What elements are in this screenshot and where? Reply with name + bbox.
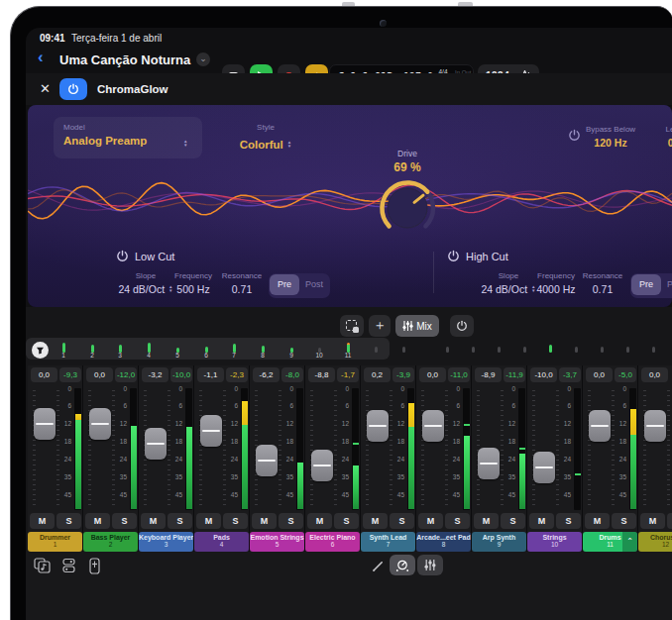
fader-value[interactable]: -10,0 xyxy=(530,367,557,382)
fader-handle[interactable] xyxy=(256,445,278,476)
solo-button[interactable]: S xyxy=(667,513,672,529)
level-control[interactable]: Level 0.0 xyxy=(650,125,672,149)
track-tile[interactable]: Drums11⌃ xyxy=(583,532,637,552)
title-chevron-down-icon[interactable]: ⌄ xyxy=(196,52,210,66)
solo-button[interactable]: S xyxy=(445,513,470,529)
drive-knob[interactable] xyxy=(376,176,439,240)
solo-button[interactable]: S xyxy=(501,513,525,529)
bypass-below-control[interactable]: Bypass Below 120 Hz xyxy=(583,125,638,149)
fader-handle[interactable] xyxy=(533,452,555,483)
close-icon[interactable]: ✕ xyxy=(40,81,51,96)
fader-value[interactable]: -8,9 xyxy=(475,367,502,382)
pre-button[interactable]: Pre xyxy=(631,274,661,295)
solo-button[interactable]: S xyxy=(390,513,414,529)
fader-handle[interactable] xyxy=(422,410,444,442)
project-title[interactable]: Uma Canção Noturna xyxy=(59,52,190,67)
style-selector[interactable]: Style Colorful▲▼ xyxy=(211,117,320,153)
mute-button[interactable]: M xyxy=(585,513,610,529)
high-cut-frequency[interactable]: Frequency 4000 Hz xyxy=(531,271,581,295)
mute-button[interactable]: M xyxy=(529,513,554,529)
solo-button[interactable]: S xyxy=(612,513,636,529)
high-cut-power-icon[interactable] xyxy=(447,250,460,262)
mute-button[interactable]: M xyxy=(141,513,166,529)
add-track-button[interactable]: ＋ xyxy=(369,315,391,337)
filter-icon[interactable] xyxy=(32,342,49,359)
fader-value[interactable]: -1,1 xyxy=(197,367,224,382)
fader-handle[interactable] xyxy=(478,448,500,479)
mute-button[interactable]: M xyxy=(85,513,110,529)
track-tile[interactable]: Pads4 xyxy=(194,532,249,552)
post-button[interactable]: Post xyxy=(661,274,672,295)
high-cut-slope[interactable]: Slope 24 dB/Oct▲▼ xyxy=(479,271,538,295)
low-cut-power-icon[interactable] xyxy=(116,250,129,262)
mixer-view-button[interactable] xyxy=(417,555,443,575)
fader-handle[interactable] xyxy=(89,408,111,440)
track-tile[interactable]: Arp Synth9 xyxy=(472,532,526,552)
fader-value[interactable]: 0,0 xyxy=(641,367,668,382)
track-tile[interactable]: Synth Lead7 xyxy=(361,532,415,552)
plugin-header: ✕ ChromaGlow xyxy=(26,73,672,105)
model-selector[interactable]: Model Analog Preamp ▲▼ xyxy=(54,117,202,158)
post-button[interactable]: Post xyxy=(299,274,329,295)
track-overview[interactable]: 1234567891011 xyxy=(26,338,672,365)
mute-button[interactable]: M xyxy=(307,513,332,529)
track-tile[interactable]: Keyboard Player3 xyxy=(139,532,193,552)
fader-value[interactable]: -6,2 xyxy=(253,367,280,382)
low-cut-slope[interactable]: Slope 24 dB/Oct▲▼ xyxy=(116,271,175,295)
solo-button[interactable]: S xyxy=(556,513,581,529)
mute-button[interactable]: M xyxy=(30,513,55,529)
channel-strip-icon[interactable] xyxy=(89,558,100,574)
fader-value[interactable]: 0,0 xyxy=(586,367,613,382)
track-tile[interactable]: Electric Piano6 xyxy=(305,532,360,552)
drive-control[interactable]: Drive 69 % xyxy=(368,149,447,240)
meter-scale-label: 0 xyxy=(334,385,349,392)
marquee-select-button[interactable] xyxy=(340,315,364,337)
fader-value[interactable]: 0,2 xyxy=(364,367,391,382)
back-chevron-icon[interactable]: ‹ xyxy=(38,48,44,67)
solo-button[interactable]: S xyxy=(334,513,359,529)
solo-button[interactable]: S xyxy=(56,513,81,529)
fader-value[interactable]: 0,0 xyxy=(31,367,57,382)
track-tile[interactable]: Strings10 xyxy=(527,532,582,552)
pre-button[interactable]: Pre xyxy=(270,274,299,295)
fader-handle[interactable] xyxy=(34,408,56,440)
track-tile[interactable]: Bass Player2 xyxy=(83,532,138,552)
fader-value[interactable]: 0,0 xyxy=(419,367,446,382)
fader-handle[interactable] xyxy=(200,415,222,447)
low-cut-frequency[interactable]: Frequency 500 Hz xyxy=(168,271,218,295)
controls-view-button[interactable] xyxy=(390,555,415,575)
meter-scale-label: 12 xyxy=(168,420,182,427)
fader-value[interactable]: -8,8 xyxy=(308,367,335,382)
fader-handle[interactable] xyxy=(589,410,611,442)
solo-button[interactable]: S xyxy=(168,513,192,529)
mixer-power-button[interactable] xyxy=(450,315,474,337)
fader-handle[interactable] xyxy=(311,450,333,481)
fader-value[interactable]: 0,0 xyxy=(86,367,113,382)
loop-browser-icon[interactable] xyxy=(34,558,51,573)
plugin-power-button[interactable] xyxy=(59,78,87,100)
solo-button[interactable]: S xyxy=(112,513,137,529)
fader-handle[interactable] xyxy=(367,410,389,442)
solo-button[interactable]: S xyxy=(223,513,248,529)
plugins-browser-icon[interactable] xyxy=(61,558,76,573)
bypass-power-icon[interactable] xyxy=(568,129,581,142)
track-tile[interactable]: Emotion Strings5 xyxy=(250,532,304,552)
low-cut-resonance[interactable]: Resonance 0.71 xyxy=(218,271,266,295)
mix-button[interactable]: Mix xyxy=(395,315,439,337)
track-tile[interactable]: Drummer1 xyxy=(28,532,82,552)
fader-handle[interactable] xyxy=(145,428,167,460)
fader-handle[interactable] xyxy=(644,410,666,442)
fader-value[interactable]: -3,2 xyxy=(142,367,168,382)
track-tile[interactable]: Arcade...eet Pad8 xyxy=(416,532,471,552)
pencil-icon[interactable] xyxy=(372,560,385,572)
high-cut-resonance[interactable]: Resonance 0.71 xyxy=(579,271,626,295)
mute-button[interactable]: M xyxy=(363,513,388,529)
mute-button[interactable]: M xyxy=(418,513,443,529)
expand-chevron-icon[interactable]: ⌃ xyxy=(622,532,637,552)
solo-button[interactable]: S xyxy=(279,513,303,529)
mute-button[interactable]: M xyxy=(474,513,499,529)
mute-button[interactable]: M xyxy=(252,513,277,529)
track-tile[interactable]: Chorus V12 xyxy=(638,532,672,552)
mute-button[interactable]: M xyxy=(640,513,665,529)
mute-button[interactable]: M xyxy=(196,513,221,529)
